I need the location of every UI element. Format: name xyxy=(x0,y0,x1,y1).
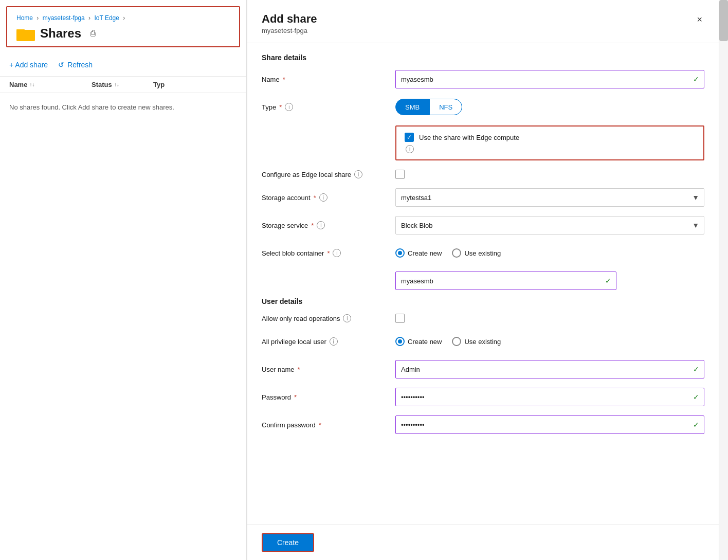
name-field-row: Name * ✓ xyxy=(262,70,704,88)
col-type-label: Typ xyxy=(153,81,165,88)
scrollbar[interactable] xyxy=(719,0,728,560)
blob-name-row: ✓ xyxy=(262,272,704,290)
type-required: * xyxy=(279,103,282,111)
configure-local-row: Configure as Edge local share i xyxy=(262,170,704,179)
blob-create-new-label: Create new xyxy=(408,249,442,257)
drawer-header: Add share myasetest-fpga × xyxy=(247,0,719,43)
storage-account-row: Storage account * i mytestsa1 ▼ xyxy=(262,188,704,207)
blob-container-radio-group: Create new Use existing xyxy=(395,248,704,258)
edge-compute-row: ✓ Use the share with Edge compute i xyxy=(262,125,704,160)
confirm-password-row: Confirm password * ✓ xyxy=(262,416,704,434)
configure-local-info-icon[interactable]: i xyxy=(354,170,362,178)
blob-create-new-option[interactable]: Create new xyxy=(395,248,442,258)
checkbox-check-icon: ✓ xyxy=(407,134,412,141)
storage-account-info-icon[interactable]: i xyxy=(319,193,327,202)
empty-message: No shares found. Click Add share to crea… xyxy=(0,93,246,121)
blob-name-check-icon: ✓ xyxy=(605,277,611,285)
user-use-existing-radio[interactable] xyxy=(452,337,461,346)
confirm-password-input[interactable] xyxy=(395,416,704,434)
all-privilege-row: All privilege local user i Create new Us… xyxy=(262,332,704,351)
name-input[interactable] xyxy=(395,70,704,88)
nfs-toggle-button[interactable]: NFS xyxy=(429,99,462,115)
storage-service-select[interactable]: Block Blob xyxy=(395,216,704,234)
all-privilege-label: All privilege local user i xyxy=(262,337,395,346)
username-check-icon: ✓ xyxy=(693,365,699,373)
storage-account-select[interactable]: mytestsa1 xyxy=(395,188,704,207)
sort-name-icon[interactable]: ↑↓ xyxy=(29,82,34,87)
breadcrumb-section[interactable]: IoT Edge xyxy=(94,14,119,22)
blob-use-existing-radio[interactable] xyxy=(452,248,461,258)
drawer-body: Share details Name * ✓ Type * xyxy=(247,43,719,525)
password-check-icon: ✓ xyxy=(693,393,699,401)
name-input-container: ✓ xyxy=(395,70,704,88)
user-details-section-title: User details xyxy=(262,297,704,305)
allow-read-checkbox[interactable] xyxy=(395,314,405,323)
password-input-container: ✓ xyxy=(395,388,704,406)
allow-read-info-icon[interactable]: i xyxy=(343,314,351,322)
blob-name-input[interactable] xyxy=(395,272,616,290)
sort-status-icon[interactable]: ↑↓ xyxy=(114,82,119,87)
username-input[interactable] xyxy=(395,360,704,378)
storage-account-dropdown: mytestsa1 ▼ xyxy=(395,188,704,207)
col-name-label: Name xyxy=(9,81,27,88)
storage-service-dropdown: Block Blob ▼ xyxy=(395,216,704,234)
confirm-password-check-icon: ✓ xyxy=(693,421,699,429)
type-toggle: SMB NFS xyxy=(395,99,704,115)
type-field-row: Type * i SMB NFS xyxy=(262,98,704,116)
close-button[interactable]: × xyxy=(695,12,704,27)
table-header: Name ↑↓ Status ↑↓ Typ xyxy=(0,77,246,93)
blob-use-existing-option[interactable]: Use existing xyxy=(452,248,501,258)
edge-compute-box: ✓ Use the share with Edge compute i xyxy=(395,125,704,160)
blob-create-new-radio[interactable] xyxy=(395,248,405,258)
allow-read-row: Allow only read operations i xyxy=(262,314,704,323)
all-privilege-info-icon[interactable]: i xyxy=(330,337,338,346)
blob-use-existing-label: Use existing xyxy=(464,249,501,257)
username-input-container: ✓ xyxy=(395,360,704,378)
name-required: * xyxy=(283,76,285,83)
name-check-icon: ✓ xyxy=(693,75,699,83)
blob-container-label: Select blob container * i xyxy=(262,249,395,257)
type-label: Type * i xyxy=(262,103,395,111)
create-button[interactable]: Create xyxy=(262,533,314,552)
scrollbar-thumb[interactable] xyxy=(719,0,728,41)
configure-local-checkbox[interactable] xyxy=(395,170,405,179)
storage-service-info-icon[interactable]: i xyxy=(317,221,325,229)
username-row: User name * ✓ xyxy=(262,360,704,378)
name-label: Name * xyxy=(262,76,395,83)
all-privilege-radio-group: Create new Use existing xyxy=(395,337,704,346)
page-title: Shares xyxy=(40,26,81,41)
type-info-icon[interactable]: i xyxy=(285,103,293,111)
edge-compute-info-icon[interactable]: i xyxy=(406,145,414,153)
username-label: User name * xyxy=(262,366,395,373)
storage-account-label: Storage account * i xyxy=(262,193,395,202)
user-use-existing-label: Use existing xyxy=(464,338,501,346)
configure-local-label: Configure as Edge local share i xyxy=(262,170,395,178)
refresh-icon: ↺ xyxy=(58,61,64,69)
refresh-button[interactable]: ↺ Refresh xyxy=(58,59,93,71)
user-create-new-option[interactable]: Create new xyxy=(395,337,442,346)
user-use-existing-option[interactable]: Use existing xyxy=(452,337,501,346)
smb-toggle-button[interactable]: SMB xyxy=(395,99,429,115)
edge-compute-checkbox[interactable]: ✓ xyxy=(405,133,414,142)
blob-container-info-icon[interactable]: i xyxy=(333,249,341,257)
breadcrumb-device[interactable]: myasetest-fpga xyxy=(43,14,85,22)
blob-container-row: Select blob container * i Create new Use… xyxy=(262,244,704,262)
breadcrumb: Home › myasetest-fpga › IoT Edge › xyxy=(16,14,230,22)
user-create-new-radio[interactable] xyxy=(395,337,405,346)
breadcrumb-box: Home › myasetest-fpga › IoT Edge › Share… xyxy=(6,6,240,47)
drawer-subtitle: myasetest-fpga xyxy=(262,27,317,34)
confirm-password-label: Confirm password * xyxy=(262,421,395,429)
breadcrumb-home[interactable]: Home xyxy=(16,14,33,22)
print-icon[interactable]: ⎙ xyxy=(90,29,96,38)
share-details-section-title: Share details xyxy=(262,53,704,62)
confirm-password-input-container: ✓ xyxy=(395,416,704,434)
password-input[interactable] xyxy=(395,388,704,406)
svg-rect-2 xyxy=(16,30,35,40)
user-create-new-label: Create new xyxy=(408,338,442,346)
col-status-label: Status xyxy=(92,81,112,88)
drawer-footer: Create xyxy=(247,525,719,560)
add-share-button[interactable]: + Add share xyxy=(9,59,48,71)
password-row: Password * ✓ xyxy=(262,388,704,406)
drawer-title: Add share xyxy=(262,12,317,26)
edge-compute-label: Use the share with Edge compute xyxy=(419,134,519,141)
